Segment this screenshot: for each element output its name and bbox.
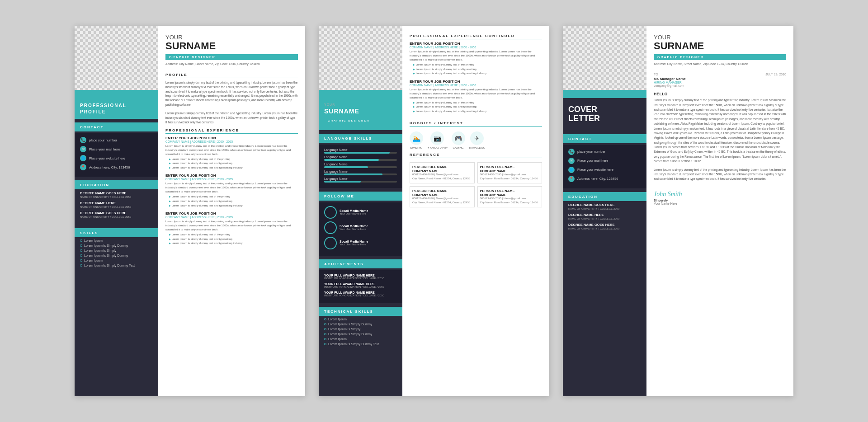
main-content-1: YOUR SURNAME GRAPHIC DESIGNER Address: C… bbox=[158, 26, 305, 396]
contact-block-1: 📞 place your number ✉ Place your mail he… bbox=[75, 133, 158, 177]
skill-3: Lorem Ipsum Is Simply bbox=[80, 249, 153, 252]
web-icon-1: 🌐 bbox=[80, 155, 86, 161]
cover-name-block: YOUR SURNAME bbox=[654, 34, 786, 52]
tech-skill-5: Lorem Ipsum bbox=[324, 338, 397, 341]
lang-2: Language Name bbox=[324, 155, 397, 161]
name-block-1: YOUR SURNAME bbox=[165, 34, 298, 52]
profile-section-header-1: PROFILE bbox=[165, 73, 298, 78]
exp-cont-1: ENTER YOUR JOB POSITION COMMON NAME | AD… bbox=[410, 42, 542, 76]
lang-3: Language Name bbox=[324, 163, 397, 168]
cover-sidebar: COVERLETTER CONTACT 📞 place your number … bbox=[563, 26, 646, 396]
cover-main: YOUR SURNAME GRAPHIC DESIGNER Address: C… bbox=[646, 26, 793, 396]
hobbies-header: HOBBIES / INTEREST bbox=[410, 121, 542, 127]
reference-grid: PERSON FULL NAME COMPANY NAME 000123-456… bbox=[410, 162, 542, 207]
cover-job-title: GRAPHIC DESIGNER bbox=[654, 54, 786, 60]
follow-2: Socail Media NameYour User Name Here bbox=[324, 221, 397, 234]
address-1: Address: City Name, Street Name, Zip Cod… bbox=[165, 62, 298, 66]
tech-skill-4: Lorem Ipsum Is Simply Dummy bbox=[324, 333, 397, 336]
ref-3: PERSON FULL NAME COMPANY NAME 000123-456… bbox=[410, 186, 475, 207]
photo-teal-bar-2 bbox=[319, 90, 402, 98]
cover-sincerely-label: Sincerely bbox=[654, 199, 786, 202]
cover-address: Address: City Name, Street Name, Zip Cod… bbox=[654, 62, 786, 66]
lang-5: Language Name bbox=[324, 177, 397, 183]
follow-block-2: Socail Media NameYour User Name Here Soc… bbox=[319, 202, 402, 256]
cover-your-name: Your Name Here bbox=[654, 202, 786, 205]
cover-contact-header: CONTACT bbox=[563, 134, 646, 143]
profile-title-1: PROFESSIONAL PROFILE bbox=[80, 103, 153, 115]
exp-entry-1: ENTER YOUR JOB POSITION COMPANY NAME | A… bbox=[165, 136, 298, 170]
exp-header-1: PROFESSIONAL EXPERIENCE bbox=[165, 128, 298, 134]
follow-1: Socail Media NameYour User Name Here bbox=[324, 206, 397, 219]
resume-card-2: YOUR SURNAME GRAPHIC DESIGNER LANGUAGE S… bbox=[319, 26, 549, 396]
page-container: PROFESSIONAL PROFILE CONTACT 📞 place you… bbox=[75, 26, 793, 396]
photo-teal-bar-3 bbox=[563, 90, 646, 98]
ach-2: YOUR FULL AWARD NAME HERE INSTITUTE / OR… bbox=[324, 282, 397, 288]
cover-location-icon: 📍 bbox=[568, 176, 575, 182]
lang-header-2: LANGUAGE SKILLS bbox=[319, 134, 402, 143]
profile-section-2: YOUR SURNAME GRAPHIC DESIGNER bbox=[319, 98, 402, 130]
hobby-gaming: 🎮 GAMING bbox=[452, 131, 465, 149]
exp-entry-3: ENTER YOUR JOB POSITION COMPANY NAME | A… bbox=[165, 211, 298, 246]
ach-3: YOUR FULL AWARD NAME HERE INSTITUTE / OR… bbox=[324, 291, 397, 297]
contact-email-1: ✉ Place your mail here bbox=[80, 146, 153, 152]
cover-body-1: Lorem Ipsum is simply dummy text of the … bbox=[654, 98, 786, 164]
follow-3: Socail Media NameYour User Name Here bbox=[324, 237, 397, 249]
ref-2: PERSON FULL NAME COMPANY NAME 000123-456… bbox=[477, 162, 542, 183]
cover-to-block: TO Mr. Manager Name HIRING MANAGER compa… bbox=[654, 73, 686, 87]
cover-signature: John Smith bbox=[654, 191, 786, 198]
skill-5: Lorem Ipsum bbox=[80, 259, 153, 262]
email-icon-1: ✉ bbox=[80, 146, 86, 152]
skill-2: Lorem Ipsum Is Simply Dummy bbox=[80, 244, 153, 247]
tech-skill-1: Lorem Ipsum bbox=[324, 318, 397, 321]
cover-contact-phone: 📞 place your number bbox=[568, 149, 641, 155]
photo-placeholder-3 bbox=[563, 26, 646, 98]
ach-1: YOUR FULL AWARD NAME HERE INSTITUTE / OR… bbox=[324, 274, 397, 280]
profile-text-1: Lorem Ipsum is simply dummy text of the … bbox=[165, 80, 298, 125]
tech-skill-3: Lorem Ipsum Is Simply bbox=[324, 328, 397, 331]
skills-block-1: Lorem Ipsum Lorem Ipsum Is Simply Dummy … bbox=[75, 237, 158, 272]
cover-contact-address: 📍 Address here, City, 123456 bbox=[568, 176, 641, 182]
location-icon-1: 📍 bbox=[80, 164, 86, 170]
profile-section-1: PROFESSIONAL PROFILE bbox=[75, 98, 158, 119]
cover-body-2: Lorem Ipsum is simply dummy text of the … bbox=[654, 168, 786, 182]
contact-website-1: 🌐 Place your website here bbox=[80, 155, 153, 161]
ref-1: PERSON FULL NAME COMPANY NAME 000123-456… bbox=[410, 162, 475, 183]
main-content-2: PROFESSIONAL EXPERIENCE CONTINUED ENTER … bbox=[402, 26, 549, 396]
cover-phone-icon: 📞 bbox=[568, 149, 575, 155]
sidebar-2: YOUR SURNAME GRAPHIC DESIGNER LANGUAGE S… bbox=[319, 26, 402, 396]
skills-header-1: SKILLS bbox=[75, 228, 158, 237]
cover-contact-email: ✉ Place your mail here bbox=[568, 158, 641, 164]
skill-4: Lorem Ipsum Is Simply Dummy bbox=[80, 254, 153, 257]
cover-card: COVERLETTER CONTACT 📞 place your number … bbox=[563, 26, 793, 396]
cover-edu-header: EDUCATION bbox=[563, 192, 646, 201]
education-block-1: DEGREE NAME GOES HERE NAME OF UNIVERSITY… bbox=[75, 189, 158, 225]
lang-block-2: Language Name Language Name Language Nam… bbox=[319, 145, 402, 188]
skill-1: Lorem Ipsum bbox=[80, 239, 153, 242]
contact-address-1: 📍 Address here, City, 123456 bbox=[80, 164, 153, 170]
photo-teal-bar-1 bbox=[75, 90, 158, 98]
exp-cont-header: PROFESSIONAL EXPERIENCE CONTINUED bbox=[410, 34, 542, 39]
phone-icon-1: 📞 bbox=[80, 137, 86, 143]
tech-header-2: TECHNICAL SKILLS bbox=[319, 307, 402, 316]
cover-date: JULY 29, 2010 bbox=[765, 73, 786, 76]
resume-card-1: PROFESSIONAL PROFILE CONTACT 📞 place you… bbox=[75, 26, 305, 396]
exp-entry-2: ENTER YOUR JOB POSITION COMPANY NAME | A… bbox=[165, 173, 298, 208]
contact-phone-1: 📞 place your number bbox=[80, 137, 153, 143]
cover-letter-title: COVERLETTER bbox=[563, 98, 646, 131]
ach-block-2: YOUR FULL AWARD NAME HERE INSTITUTE / OR… bbox=[319, 270, 402, 303]
cover-contact-block: 📞 place your number ✉ Place your mail he… bbox=[563, 145, 646, 188]
lang-1: Language Name bbox=[324, 148, 397, 154]
hobby-photography: 📷 PHOTOGRAPHY bbox=[427, 131, 448, 149]
hobby-swimming: 🏊 SWIMING bbox=[410, 131, 423, 149]
photo-placeholder-1 bbox=[75, 26, 158, 98]
job-title-1: GRAPHIC DESIGNER bbox=[165, 54, 298, 60]
cover-hello: HELLO bbox=[654, 92, 786, 96]
tech-block-2: Lorem Ipsum Lorem Ipsum Is Simply Dummy … bbox=[319, 316, 402, 351]
cover-edu-block: DEGREE NAME GOES HERE NAME OF UNIVERSITY… bbox=[563, 201, 646, 236]
ach-header-2: ACHIEVEMENTS bbox=[319, 259, 402, 268]
cover-web-icon: 🌐 bbox=[568, 167, 575, 173]
hobby-travelling: ✈ TRAVELLING bbox=[469, 131, 486, 149]
photo-placeholder-2 bbox=[319, 26, 402, 98]
tech-skill-6: Lorem Ipsum Is Simply Dummy Text bbox=[324, 342, 397, 346]
skill-6: Lorem Ipsum Is Simply Dummy Text bbox=[80, 264, 153, 267]
